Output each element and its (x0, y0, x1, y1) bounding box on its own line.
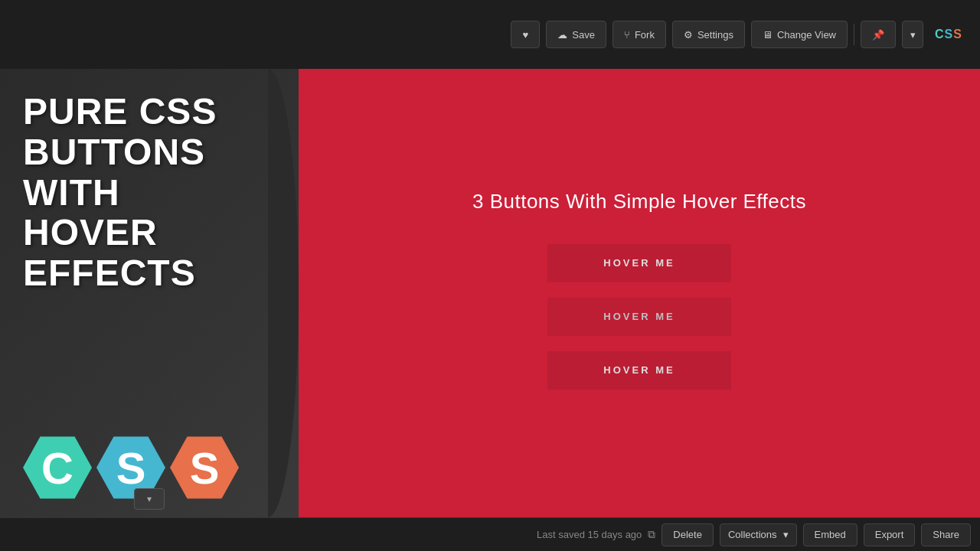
collections-arrow-icon: ▾ (783, 529, 789, 540)
like-button[interactable]: ♥ (511, 21, 540, 48)
css-s2: S (953, 28, 962, 41)
delete-button[interactable]: Delete (662, 523, 714, 546)
collapse-button[interactable]: ▾ (134, 488, 165, 510)
embed-button[interactable]: Embed (803, 523, 858, 546)
gear-icon: ⚙ (684, 29, 693, 41)
monitor-icon: 🖥 (763, 29, 773, 41)
left-panel: PURE CSS BUTTONS WITH HOVER EFFECTS C S … (0, 69, 299, 517)
status-bar: Last saved 15 days ago ⧉ Delete Collecti… (0, 517, 980, 551)
changeview-label: Change View (777, 29, 836, 41)
demo-button-1[interactable]: HOVER ME (547, 244, 731, 282)
title-line2: BUTTONS (23, 132, 276, 173)
demo-button-3-label: HOVER ME (603, 364, 675, 376)
demo-button-1-label: HOVER ME (603, 257, 675, 269)
export-button[interactable]: Export (864, 523, 916, 546)
css-s1: S (945, 28, 954, 41)
title-line3: WITH (23, 173, 276, 214)
save-button[interactable]: ☁ Save (546, 21, 606, 48)
main-area: PURE CSS BUTTONS WITH HOVER EFFECTS C S … (0, 69, 980, 517)
title-text: PURE CSS BUTTONS WITH HOVER EFFECTS (23, 92, 276, 294)
fork-button[interactable]: ⑂ Fork (612, 21, 666, 48)
title-line1: PURE CSS (23, 92, 276, 132)
cloud-icon: ☁ (557, 29, 567, 41)
chevron-down-icon: ▾ (147, 494, 152, 504)
demo-button-2-label: HOVER ME (603, 311, 675, 322)
css-c: C (935, 28, 945, 41)
pin-icon: 📌 (872, 29, 884, 41)
logo-c: C (23, 433, 92, 502)
fork-label: Fork (635, 29, 655, 41)
heart-icon: ♥ (522, 29, 528, 41)
toolbar-dropdown-button[interactable]: ▾ (902, 21, 923, 48)
external-link-icon-button[interactable]: ⧉ (648, 528, 655, 541)
preview-title: 3 Buttons With Simple Hover Effects (472, 190, 806, 214)
save-label: Save (572, 29, 595, 41)
preview-area: 3 Buttons With Simple Hover Effects HOVE… (299, 69, 980, 517)
settings-label: Settings (697, 29, 733, 41)
fork-icon: ⑂ (624, 29, 630, 41)
collections-dropdown[interactable]: Collections ▾ (720, 523, 797, 546)
css-badge: C S S (929, 21, 968, 48)
title-line5: EFFECTS (23, 253, 276, 294)
settings-button[interactable]: ⚙ Settings (672, 21, 745, 48)
title-line4: HOVER (23, 213, 276, 253)
demo-button-2[interactable]: HOVER ME (547, 298, 731, 336)
logo-s2: S (170, 433, 239, 502)
toolbar: ♥ ☁ Save ⑂ Fork ⚙ Settings 🖥 Change View… (0, 0, 980, 69)
last-saved-text: Last saved 15 days ago (537, 529, 642, 540)
demo-button-3[interactable]: HOVER ME (547, 351, 731, 390)
collections-label: Collections (728, 529, 777, 540)
toolbar-divider (854, 24, 854, 45)
pin-button[interactable]: 📌 (861, 21, 896, 48)
chevron-down-icon: ▾ (910, 29, 916, 41)
share-button[interactable]: Share (921, 523, 971, 546)
changeview-button[interactable]: 🖥 Change View (751, 21, 848, 48)
